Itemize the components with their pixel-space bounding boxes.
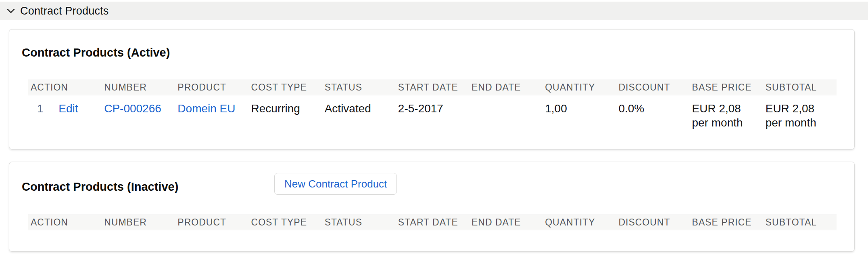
col-header-discount: DISCOUNT <box>616 215 689 230</box>
discount-cell: 0.0% <box>616 95 689 130</box>
col-header-action: ACTION <box>28 215 102 230</box>
col-header-discount: DISCOUNT <box>616 80 689 95</box>
inactive-card-title: Contract Products (Inactive) <box>22 180 854 194</box>
row-number-link[interactable]: 1 <box>37 102 44 115</box>
col-header-quantity: QUANTITY <box>542 80 616 95</box>
col-header-status: STATUS <box>322 215 396 230</box>
action-cell: 1 Edit <box>28 95 102 130</box>
col-header-end-date: END DATE <box>469 215 542 230</box>
col-header-base-price: BASE PRICE <box>690 215 763 230</box>
col-header-status: STATUS <box>322 80 396 95</box>
section-title: Contract Products <box>20 5 109 17</box>
col-header-start-date: START DATE <box>396 215 469 230</box>
subtotal-cell: EUR 2,08 per month <box>763 95 837 130</box>
active-card-header: Contract Products (Active) <box>9 29 854 60</box>
end-date-cell <box>469 95 542 130</box>
table-row: 1 Edit CP-000266 Domein EU Recurring Act… <box>28 95 837 130</box>
col-header-cost-type: COST TYPE <box>249 80 322 95</box>
col-header-number: NUMBER <box>102 80 175 95</box>
edit-link[interactable]: Edit <box>58 102 78 115</box>
col-header-subtotal: SUBTOTAL <box>763 215 837 230</box>
col-header-product: PRODUCT <box>175 215 248 230</box>
status-cell: Activated <box>322 95 396 130</box>
inactive-products-table: ACTION NUMBER PRODUCT COST TYPE STATUS S… <box>28 215 837 230</box>
product-link[interactable]: Domein EU <box>177 102 235 115</box>
col-header-quantity: QUANTITY <box>542 215 616 230</box>
contract-products-inactive-card: Contract Products (Inactive) New Contrac… <box>9 162 855 252</box>
product-cell: Domein EU <box>175 95 248 130</box>
contract-product-number-link[interactable]: CP-000266 <box>104 102 161 115</box>
col-header-cost-type: COST TYPE <box>249 215 322 230</box>
chevron-down-icon[interactable] <box>6 6 16 16</box>
col-header-base-price: BASE PRICE <box>690 80 763 95</box>
col-header-subtotal: SUBTOTAL <box>763 80 837 95</box>
col-header-number: NUMBER <box>102 215 175 230</box>
quantity-cell: 1,00 <box>542 95 616 130</box>
col-header-product: PRODUCT <box>175 80 248 95</box>
col-header-end-date: END DATE <box>469 80 542 95</box>
base-price-cell: EUR 2,08 per month <box>690 95 763 130</box>
col-header-start-date: START DATE <box>396 80 469 95</box>
active-card-title: Contract Products (Active) <box>22 46 854 59</box>
number-cell: CP-000266 <box>102 95 175 130</box>
active-table-header-row: ACTION NUMBER PRODUCT COST TYPE STATUS S… <box>28 80 837 95</box>
active-products-table: ACTION NUMBER PRODUCT COST TYPE STATUS S… <box>28 80 837 130</box>
contract-products-active-card: Contract Products (Active) ACTION NUMBER… <box>9 29 855 150</box>
inactive-card-header: Contract Products (Inactive) New Contrac… <box>9 162 854 194</box>
section-header[interactable]: Contract Products <box>0 2 868 20</box>
cost-type-cell: Recurring <box>249 95 322 130</box>
inactive-table-header-row: ACTION NUMBER PRODUCT COST TYPE STATUS S… <box>28 215 837 230</box>
new-contract-product-button[interactable]: New Contract Product <box>274 173 397 195</box>
start-date-cell: 2-5-2017 <box>396 95 469 130</box>
col-header-action: ACTION <box>28 80 102 95</box>
